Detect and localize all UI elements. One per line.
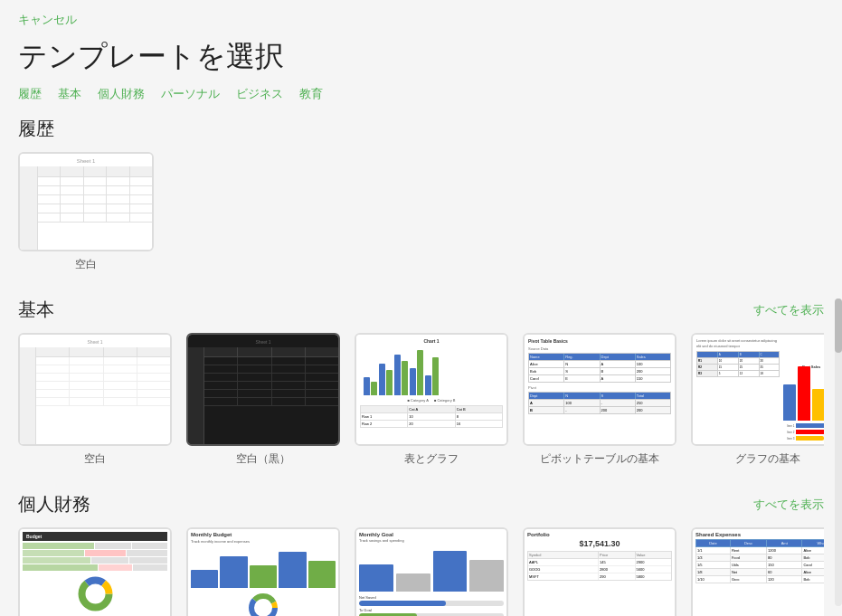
- template-thumb-blank-rekishi: Sheet 1: [18, 152, 154, 251]
- section-header-kihon: 基本 すべてを表示: [18, 298, 824, 322]
- section-title-rekishi: 履歴: [18, 117, 54, 141]
- main-content: 履歴 Sheet 1: [0, 117, 842, 616]
- section-title-kojinzaimu: 個人財務: [18, 492, 90, 516]
- template-label-chart: 表とグラフ: [404, 451, 459, 467]
- cancel-button[interactable]: キャンセル: [18, 12, 77, 28]
- scrollbar[interactable]: [835, 299, 842, 606]
- template-item-blank-rekishi[interactable]: Sheet 1: [18, 152, 154, 272]
- section-kihon: 基本 すべてを表示 Sheet 1: [18, 298, 824, 467]
- template-thumb-pivot: Pivot Table Basics Source Data Name Reg.…: [523, 333, 676, 446]
- template-thumb-blank-kihon: Sheet 1: [18, 333, 172, 446]
- template-thumb-black: Sheet 1: [186, 333, 340, 446]
- section-rekishi: 履歴 Sheet 1: [18, 117, 824, 272]
- top-bar: キャンセル: [0, 0, 842, 33]
- template-label-blank-kihon: 空白: [84, 451, 106, 467]
- template-grid-kojinzaimu: Budget: [18, 527, 824, 616]
- template-item-graph[interactable]: Lorem ipsum dolor sit amet consectetur a…: [691, 333, 824, 467]
- template-grid-kihon: Sheet 1: [18, 333, 824, 467]
- section-kojinzaimu: 個人財務 すべてを表示 Budget: [18, 492, 824, 616]
- category-kihon[interactable]: 基本: [58, 86, 81, 102]
- template-item-monthly-budget[interactable]: Monthly Budget Track monthly income and …: [186, 527, 340, 616]
- category-rekishi[interactable]: 履歴: [18, 86, 42, 102]
- template-thumb-budget: Budget: [18, 527, 172, 616]
- scrollbar-thumb: [835, 299, 842, 353]
- section-title-kihon: 基本: [18, 298, 54, 322]
- template-thumb-monthly-budget: Monthly Budget Track monthly income and …: [186, 527, 340, 616]
- template-grid-rekishi: Sheet 1: [18, 152, 824, 272]
- section-header-kojinzaimu: 個人財務 すべてを表示: [18, 492, 824, 516]
- template-item-chart[interactable]: Chart 1: [355, 333, 508, 467]
- show-all-kojinzaimu[interactable]: すべてを表示: [753, 497, 824, 513]
- category-kojinzaimu[interactable]: 個人財務: [98, 86, 145, 102]
- template-label-black: 空白（黒）: [236, 451, 290, 467]
- template-thumb-monthly-goal: Monthly Goal Track savings and spending: [355, 527, 508, 616]
- template-thumb-shared-expenses: Shared Expenses Date Desc Amt Who: [691, 527, 824, 616]
- template-label-blank-rekishi: 空白: [75, 257, 97, 272]
- section-header-rekishi: 履歴: [18, 117, 824, 141]
- sheet-header-label: Sheet 1: [20, 158, 152, 164]
- category-business[interactable]: ビジネス: [236, 86, 283, 102]
- show-all-kihon[interactable]: すべてを表示: [753, 302, 824, 318]
- template-item-shared-expenses[interactable]: Shared Expenses Date Desc Amt Who: [691, 527, 824, 616]
- category-education[interactable]: 教育: [299, 86, 323, 102]
- page-title: テンプレートを選択: [0, 33, 842, 86]
- template-label-graph: グラフの基本: [735, 451, 800, 467]
- template-label-pivot: ピボットテーブルの基本: [540, 451, 659, 467]
- template-item-portfolio[interactable]: Portfolio $17,541.30 Symbol Price Value: [523, 527, 676, 616]
- template-item-pivot[interactable]: Pivot Table Basics Source Data Name Reg.…: [523, 333, 676, 467]
- category-personal[interactable]: パーソナル: [161, 86, 220, 102]
- template-thumb-chart: Chart 1: [355, 333, 508, 446]
- template-item-monthly-goal[interactable]: Monthly Goal Track savings and spending: [355, 527, 508, 616]
- page-container: キャンセル テンプレートを選択 履歴 基本 個人財務 パーソナル ビジネス 教育…: [0, 0, 842, 616]
- template-thumb-portfolio: Portfolio $17,541.30 Symbol Price Value: [523, 527, 676, 616]
- template-thumb-graph: Lorem ipsum dolor sit amet consectetur a…: [691, 333, 824, 446]
- template-item-budget[interactable]: Budget: [18, 527, 172, 616]
- template-item-blank-kihon[interactable]: Sheet 1: [18, 333, 172, 467]
- category-nav: 履歴 基本 個人財務 パーソナル ビジネス 教育: [0, 86, 842, 117]
- template-item-black[interactable]: Sheet 1: [186, 333, 340, 467]
